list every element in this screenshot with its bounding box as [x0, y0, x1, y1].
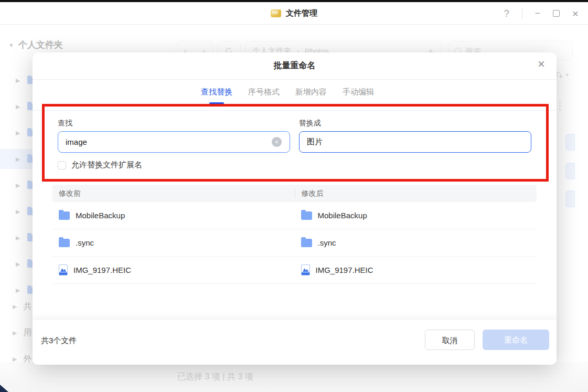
batch-rename-dialog: 批量重命名 × 查找替换序号格式新增内容手动编辑 查找 × 替换成 允许替换文件… — [33, 52, 557, 365]
table-row: IMG_9197.HEICIMG_9197.HEIC — [52, 257, 537, 284]
tab-3[interactable]: 手动编辑 — [343, 87, 374, 103]
tab-2[interactable]: 新增内容 — [295, 87, 327, 103]
rename-button[interactable]: 重命名 — [483, 330, 549, 350]
cell-after: .sync — [295, 238, 537, 247]
header-after: 修改后 — [295, 189, 537, 198]
find-input[interactable] — [58, 131, 290, 153]
file-count: 共3个文件 — [41, 336, 77, 346]
maximize-button[interactable] — [553, 10, 560, 17]
checkbox-label: 允许替换文件扩展名 — [71, 160, 142, 170]
table-header-row: 修改前 修改后 — [52, 185, 537, 202]
mountain-glyph — [302, 267, 309, 273]
dialog-header: 批量重命名 × — [33, 52, 557, 80]
image-file-icon — [59, 264, 68, 276]
mountain-glyph — [60, 267, 67, 273]
folder-icon — [301, 239, 312, 247]
table-row: .sync.sync — [52, 229, 537, 257]
cell-before: .sync — [52, 238, 295, 247]
cancel-button[interactable]: 取消 — [425, 330, 475, 350]
replace-input[interactable] — [299, 131, 531, 153]
tab-divider — [33, 110, 557, 111]
app-logo-folder-icon — [271, 9, 281, 17]
image-file-icon — [301, 264, 310, 276]
rename-preview-table: 修改前 修改后 MobileBackupMobileBackup.sync.sy… — [52, 185, 537, 284]
dialog-footer: 共3个文件 取消 重命名 — [33, 319, 557, 365]
dialog-title: 批量重命名 — [33, 60, 557, 71]
clear-input-icon[interactable]: × — [272, 137, 282, 147]
dialog-close-icon[interactable]: × — [538, 58, 545, 70]
find-label: 查找 — [58, 119, 72, 128]
replace-label: 替换成 — [299, 119, 321, 128]
folder-icon — [301, 211, 312, 220]
titlebar-divider — [522, 8, 522, 19]
folder-icon — [59, 211, 70, 220]
titlebar: 文件管理 ? − × — [0, 2, 588, 25]
tab-1[interactable]: 序号格式 — [248, 87, 280, 103]
cell-after: MobileBackup — [295, 211, 537, 220]
app-window: 文件管理 ? − × ▼ 个人文件夹 ▶▶▶▶▶▶▶▶▶ ▶共▶用▶外 ‹ › — [0, 0, 588, 392]
replace-extension-option[interactable]: 允许替换文件扩展名 — [58, 160, 142, 170]
tab-bar: 查找替换序号格式新增内容手动编辑 — [201, 87, 374, 103]
tab-0[interactable]: 查找替换 — [201, 87, 232, 103]
cell-before: IMG_9197.HEIC — [52, 264, 295, 276]
checkbox[interactable] — [58, 161, 66, 169]
minimize-button[interactable]: − — [535, 9, 540, 18]
table-row: MobileBackupMobileBackup — [52, 202, 537, 229]
help-button[interactable]: ? — [504, 9, 509, 18]
close-window-button[interactable]: × — [572, 8, 579, 19]
folder-icon — [59, 239, 70, 247]
cell-before: MobileBackup — [52, 211, 295, 220]
header-before: 修改前 — [52, 189, 295, 198]
cell-after: IMG_9197.HEIC — [295, 264, 537, 276]
app-title: 文件管理 — [286, 8, 317, 18]
